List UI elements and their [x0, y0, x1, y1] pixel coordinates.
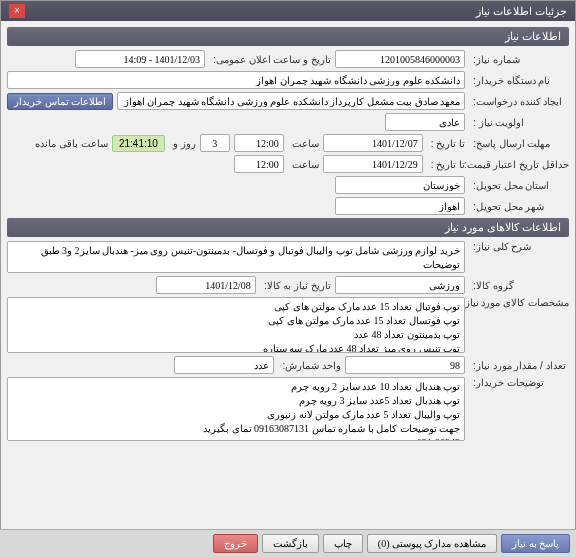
group-label: گروه کالا:: [469, 280, 569, 291]
window-title: جزئیات اطلاعات نیاز: [476, 5, 567, 18]
deadline-time-field[interactable]: [234, 134, 284, 152]
creator-label: ایجاد کننده درخواست:: [469, 96, 569, 107]
buyer-notes-label: توضیحات خریدار:: [469, 377, 569, 388]
contact-buyer-button[interactable]: اطلاعات تماس خریدار: [7, 93, 113, 110]
time-label-2: ساعت: [288, 159, 319, 170]
province-field[interactable]: [335, 176, 465, 194]
back-button[interactable]: بازگشت: [262, 534, 319, 553]
announce-field[interactable]: [75, 50, 205, 68]
price-valid-label: حداقل تاریخ اعتبار قیمت:: [469, 159, 569, 170]
reply-button[interactable]: پاسخ به نیاز: [501, 534, 570, 553]
price-valid-time-field[interactable]: [234, 155, 284, 173]
remaining-label: ساعت باقی مانده: [31, 138, 108, 149]
deadline-date-field[interactable]: [323, 134, 423, 152]
section1-header: اطلاعات نیاز: [7, 27, 569, 46]
announce-label: تاریخ و ساعت اعلان عمومی:: [209, 54, 331, 65]
deadline-label: مهلت ارسال پاسخ:: [469, 138, 569, 149]
need-date-label: تاریخ نیاز به کالا:: [260, 280, 331, 291]
section2-header: اطلاعات کالاهای مورد نیاز: [7, 218, 569, 237]
time-label-1: ساعت: [288, 138, 319, 149]
city-field[interactable]: [335, 197, 465, 215]
qty-label: تعداد / مقدار مورد نیاز:: [469, 360, 569, 371]
desc-label: شرح کلی نیاز:: [469, 241, 569, 252]
unit-field[interactable]: [174, 356, 274, 374]
title-bar: جزئیات اطلاعات نیاز ×: [1, 1, 575, 21]
print-button[interactable]: چاپ: [323, 534, 363, 553]
priority-field[interactable]: [385, 113, 465, 131]
spec-label: مشخصات کالای مورد نیاز:: [469, 297, 569, 308]
need-date-field[interactable]: [156, 276, 256, 294]
days-field[interactable]: [200, 134, 230, 152]
desc-field[interactable]: [7, 241, 465, 273]
spec-field[interactable]: [7, 297, 465, 353]
creator-field[interactable]: [117, 92, 465, 110]
action-bar: پاسخ به نیاز مشاهده مدارک پیوستی (0) چاپ…: [0, 529, 576, 557]
org-field[interactable]: [7, 71, 465, 89]
need-number-label: شماره نیاز:: [469, 54, 569, 65]
group-field[interactable]: [335, 276, 465, 294]
close-button[interactable]: ×: [9, 4, 25, 18]
city-label: شهر محل تحویل:: [469, 201, 569, 212]
priority-label: اولویت نیاز :: [469, 117, 569, 128]
to-date-label-2: تا تاریخ :: [427, 159, 465, 170]
buyer-notes-field[interactable]: [7, 377, 465, 441]
org-label: نام دستگاه خریدار:: [469, 75, 569, 86]
qty-field[interactable]: [345, 356, 465, 374]
exit-button[interactable]: خروج: [213, 534, 258, 553]
need-number-field[interactable]: [335, 50, 465, 68]
province-label: استان محل تحویل:: [469, 180, 569, 191]
price-valid-date-field[interactable]: [323, 155, 423, 173]
days-and-label: روز و: [169, 138, 196, 149]
unit-label: واحد شمارش:: [278, 360, 341, 371]
to-date-label: تا تاریخ :: [427, 138, 465, 149]
countdown-timer: 21:41:10: [112, 135, 165, 152]
attachments-button[interactable]: مشاهده مدارک پیوستی (0): [367, 534, 497, 553]
